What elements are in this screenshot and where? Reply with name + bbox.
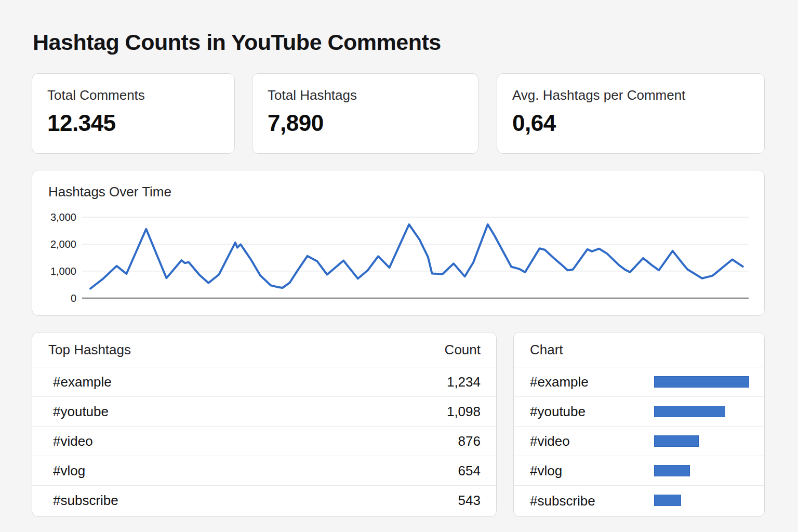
hashtag-count: 1,098	[447, 404, 481, 420]
hashtag-count-bar	[654, 465, 690, 476]
table-row: #example1,234	[32, 367, 496, 397]
hashtag-label: #video	[53, 433, 93, 449]
hashtag-count: 876	[458, 433, 481, 449]
hashtags-series-line	[90, 224, 743, 289]
y-tick-label: 1,000	[50, 265, 76, 277]
stat-label: Total Hashtags	[268, 87, 357, 103]
bar-panel-header: Chart	[514, 332, 764, 367]
bar-panel-title: Chart	[530, 342, 563, 358]
bar-row: #vlog	[514, 456, 764, 486]
hashtags-over-time-card: Hashtags Over Time 01,0002,0003,000	[32, 170, 765, 316]
stat-label: Total Comments	[47, 87, 145, 103]
hashtag-label: #youtube	[530, 404, 586, 420]
hashtag-label: #example	[53, 374, 112, 390]
hashtag-label: #vlog	[530, 463, 562, 479]
y-tick-label: 3,000	[50, 211, 76, 223]
stat-value: 12.345	[47, 110, 116, 136]
page-title: Hashtag Counts in YouTube Comments	[33, 30, 441, 55]
stat-card-total-hashtags: Total Hashtags 7,890	[252, 73, 478, 154]
hashtag-count: 654	[458, 463, 481, 479]
top-hashtags-table-card: Top Hashtags Count #example1,234#youtube…	[32, 332, 497, 517]
hashtag-label: #subscribe	[53, 493, 118, 509]
stat-value: 7,890	[268, 110, 324, 136]
y-tick-label: 2,000	[50, 238, 76, 250]
table-row: #video876	[32, 427, 496, 456]
stat-card-total-comments: Total Comments 12.345	[32, 73, 235, 154]
table-body: #example1,234#youtube1,098#video876#vlog…	[32, 367, 496, 515]
count-column-header: Count	[445, 342, 481, 358]
hashtag-count-bar	[654, 376, 749, 388]
hashtag-count: 543	[458, 493, 481, 509]
hashtags-over-time-line-chart: 01,0002,0003,000	[32, 170, 765, 316]
bar-row: #youtube	[514, 397, 764, 427]
stat-value: 0,64	[512, 110, 556, 136]
hashtag-label: #example	[530, 374, 589, 390]
stat-card-avg-hashtags: Avg. Hashtags per Comment 0,64	[497, 73, 765, 154]
bar-row: #example	[514, 367, 764, 397]
hashtag-bar-chart-card: Chart #example#youtube#video#vlog#subscr…	[513, 332, 765, 517]
hashtag-count: 1,234	[447, 374, 481, 390]
hashtag-count-bar	[654, 495, 681, 506]
y-tick-label: 0	[71, 292, 76, 304]
bar-row: #video	[514, 427, 764, 456]
hashtag-label: #video	[530, 433, 570, 449]
hashtag-count-bar	[654, 406, 725, 417]
hashtag-label: #youtube	[53, 404, 109, 420]
table-row: #subscribe543	[32, 486, 496, 515]
table-title: Top Hashtags	[48, 342, 131, 358]
hashtag-count-bar	[654, 435, 699, 447]
bar-row: #subscribe	[514, 486, 764, 515]
stat-label: Avg. Hashtags per Comment	[512, 87, 685, 103]
hashtag-label: #vlog	[53, 463, 85, 479]
table-row: #vlog654	[32, 456, 496, 486]
bar-chart-body: #example#youtube#video#vlog#subscribe	[514, 367, 764, 515]
table-header: Top Hashtags Count	[32, 332, 496, 367]
table-row: #youtube1,098	[32, 397, 496, 427]
hashtag-label: #subscribe	[530, 493, 595, 509]
